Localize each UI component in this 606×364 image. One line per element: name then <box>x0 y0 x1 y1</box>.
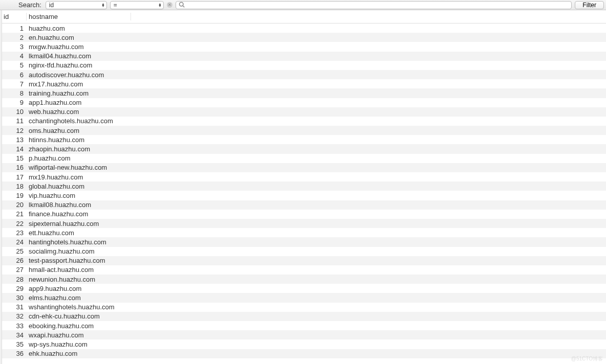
cell-id: 17 <box>2 173 27 181</box>
cell-id: 34 <box>2 331 27 339</box>
table-row[interactable]: 28newunion.huazhu.com <box>2 275 606 284</box>
table-row[interactable]: 8training.huazhu.com <box>2 88 606 98</box>
table-row[interactable]: 2en.huazhu.com <box>2 33 606 42</box>
cell-id: 30 <box>2 294 27 302</box>
cell-id: 15 <box>2 154 27 162</box>
cell-hostname: wifiportal-new.huazhu.com <box>27 164 606 171</box>
table-row[interactable]: 22sipexternal.huazhu.com <box>2 219 606 228</box>
table-row[interactable]: 35wp-sys.huazhu.com <box>2 339 606 349</box>
field-select-value: id <box>49 2 54 9</box>
table-row[interactable]: 9app1.huazhu.com <box>2 98 606 107</box>
table-row[interactable]: 31wshantinghotels.huazhu.com <box>2 303 606 312</box>
table-row[interactable]: 4lkmail04.huazhu.com <box>2 52 606 61</box>
operator-select[interactable]: = ▲▼ <box>110 1 164 9</box>
cell-hostname: p.huazhu.com <box>27 154 606 162</box>
cell-id: 6 <box>2 71 27 79</box>
operator-select-value: = <box>114 2 117 9</box>
table-row[interactable]: 20lkmail08.huazhu.com <box>2 200 606 210</box>
search-input-wrap <box>176 1 572 9</box>
filter-button[interactable]: Filter <box>575 1 604 9</box>
table-row[interactable]: 3mxgw.huazhu.com <box>2 42 606 51</box>
table-row[interactable]: 1huazhu.com <box>2 24 606 33</box>
table-row[interactable]: 34wxapi.huazhu.com <box>2 330 606 339</box>
table-row[interactable]: 10web.huazhu.com <box>2 107 606 117</box>
cell-hostname: lkmail04.huazhu.com <box>27 52 606 60</box>
table-row[interactable]: 18global.huazhu.com <box>2 181 606 191</box>
cell-id: 20 <box>2 201 27 209</box>
table-row[interactable]: 11cchantinghotels.huazhu.com <box>2 117 606 126</box>
column-header-hostname[interactable]: hostname <box>27 13 131 20</box>
cell-id: 28 <box>2 276 27 283</box>
left-gutter <box>0 10 2 358</box>
table-row[interactable]: 12oms.huazhu.com <box>2 126 606 135</box>
cell-hostname: zhaopin.huazhu.com <box>27 145 606 153</box>
table-row[interactable]: 19vip.huazhu.com <box>2 191 606 200</box>
cell-hostname: wshantinghotels.huazhu.com <box>27 303 606 311</box>
cell-id: 4 <box>2 52 27 60</box>
search-label: Search: <box>18 1 41 9</box>
table-row[interactable]: 32cdn-ehk-cu.huazhu.com <box>2 312 606 321</box>
cell-id: 9 <box>2 99 27 106</box>
cell-id: 7 <box>2 80 27 88</box>
table-row[interactable]: 24hantinghotels.huazhu.com <box>2 237 606 246</box>
column-header-id[interactable]: id <box>2 13 27 20</box>
table-row[interactable]: 36ehk.huazhu.com <box>2 349 606 358</box>
cell-id: 31 <box>2 303 27 311</box>
table-row[interactable]: 14zhaopin.huazhu.com <box>2 144 606 153</box>
cell-id: 21 <box>2 210 27 218</box>
cell-hostname: ehk.huazhu.com <box>27 350 606 357</box>
cell-hostname: hmall-act.huazhu.com <box>27 266 606 274</box>
cell-id: 23 <box>2 229 27 237</box>
cell-id: 32 <box>2 312 27 320</box>
table-row[interactable]: 15p.huazhu.com <box>2 154 606 163</box>
table-row[interactable]: 27hmall-act.huazhu.com <box>2 265 606 275</box>
cell-hostname: lkmail08.huazhu.com <box>27 201 606 209</box>
table-row[interactable]: 5nginx-tfd.huazhu.com <box>2 61 606 70</box>
table-row[interactable]: 6autodiscover.huazhu.com <box>2 70 606 79</box>
cell-hostname: elms.huazhu.com <box>27 294 606 302</box>
cell-hostname: mx17.huazhu.com <box>27 80 606 88</box>
table-row[interactable]: 29app9.huazhu.com <box>2 284 606 293</box>
cell-id: 14 <box>2 145 27 153</box>
cell-id: 25 <box>2 247 27 255</box>
cell-hostname: htinns.huazhu.com <box>27 136 606 144</box>
field-select[interactable]: id ▲▼ <box>46 1 107 9</box>
search-input[interactable] <box>176 1 572 9</box>
table-row[interactable]: 17mx19.huazhu.com <box>2 172 606 181</box>
cell-hostname: nginx-tfd.huazhu.com <box>27 61 606 69</box>
cell-hostname: mxgw.huazhu.com <box>27 43 606 51</box>
cell-hostname: web.huazhu.com <box>27 108 606 116</box>
cell-id: 16 <box>2 164 27 171</box>
cell-hostname: cchantinghotels.huazhu.com <box>27 117 606 125</box>
cell-hostname: en.huazhu.com <box>27 34 606 41</box>
cell-id: 8 <box>2 89 27 97</box>
cell-id: 5 <box>2 61 27 69</box>
table-row[interactable]: 21finance.huazhu.com <box>2 210 606 219</box>
table-row[interactable]: 7mx17.huazhu.com <box>2 79 606 88</box>
table-row[interactable]: 16wifiportal-new.huazhu.com <box>2 163 606 172</box>
table-row[interactable]: 30elms.huazhu.com <box>2 293 606 302</box>
table-row[interactable]: 13htinns.huazhu.com <box>2 135 606 144</box>
cell-id: 29 <box>2 285 27 292</box>
table-row[interactable]: 23ett.huazhu.com <box>2 228 606 237</box>
cell-id: 19 <box>2 192 27 199</box>
close-icon: ✕ <box>168 3 171 7</box>
table-header: id hostname <box>2 10 606 24</box>
cell-id: 13 <box>2 136 27 144</box>
cell-id: 3 <box>2 43 27 51</box>
table-row[interactable]: 26test-passport.huazhu.com <box>2 256 606 265</box>
cell-hostname: mx19.huazhu.com <box>27 173 606 181</box>
cell-id: 1 <box>2 25 27 32</box>
cell-hostname: cdn-ehk-cu.huazhu.com <box>27 312 606 320</box>
cell-id: 24 <box>2 238 27 246</box>
search-toolbar: Search: id ▲▼ = ▲▼ ✕ Filter <box>0 0 606 10</box>
clear-button[interactable]: ✕ <box>167 2 172 8</box>
cell-hostname: ett.huazhu.com <box>27 229 606 237</box>
table-row[interactable]: 25socialimg.huazhu.com <box>2 247 606 256</box>
cell-id: 35 <box>2 340 27 348</box>
cell-hostname: finance.huazhu.com <box>27 210 606 218</box>
table-row[interactable]: 33ebooking.huazhu.com <box>2 321 606 330</box>
updown-icon: ▲▼ <box>158 3 162 7</box>
cell-id: 26 <box>2 257 27 264</box>
cell-hostname: huazhu.com <box>27 25 606 32</box>
